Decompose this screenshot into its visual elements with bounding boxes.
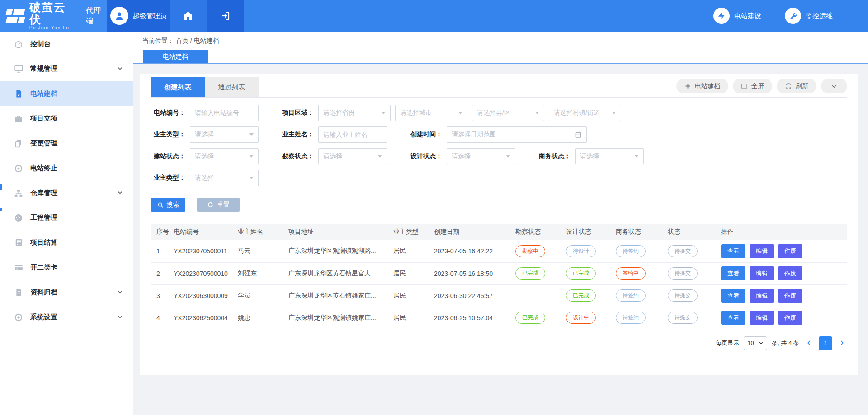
reset-button[interactable]: 重置 xyxy=(197,198,240,212)
chevron-right-icon xyxy=(839,340,845,346)
void-button[interactable]: 作废 xyxy=(778,244,802,258)
create-time-range-input[interactable]: 请选择日期范围 xyxy=(447,126,587,143)
sidebar-item-project-initiation[interactable]: 项目立项 xyxy=(0,106,133,131)
station-build-link[interactable]: 电站建设 xyxy=(713,8,761,24)
chevron-down-icon xyxy=(759,340,764,345)
business-status-badge: 待签约 xyxy=(616,312,646,324)
owner-type-select[interactable]: 请选择 xyxy=(190,126,259,143)
sidebar-item-change-mgmt[interactable]: 变更管理 xyxy=(0,131,133,156)
sidebar-item-warehouse-mgmt[interactable]: 仓库管理 xyxy=(0,181,133,205)
filter-panel: 电站编号： 项目区域： 请选择省份 请选择城市 请选择县/区 请选择村镇/街道 xyxy=(151,105,847,212)
refresh-button[interactable]: 刷新 xyxy=(777,79,816,93)
collapse-toolbar-button[interactable] xyxy=(821,79,847,93)
sidebar-scroll-indicator xyxy=(0,208,2,211)
view-button[interactable]: 查看 xyxy=(721,244,745,258)
station-no-input[interactable] xyxy=(195,109,254,117)
content-area: 创建列表 通过列表 电站建档 全屏 xyxy=(133,64,868,415)
per-page-label: 每页显示 xyxy=(716,339,739,347)
edit-button[interactable]: 编辑 xyxy=(750,289,774,303)
reset-icon xyxy=(207,201,214,208)
home-button[interactable] xyxy=(170,0,207,32)
survey-status-badge: 勘察中 xyxy=(515,245,545,257)
table-row: 3 YX2023063000009 学员 广东深圳龙华区黄石镇姚家庄... 居民… xyxy=(151,284,847,307)
edit-button[interactable]: 编辑 xyxy=(750,244,774,258)
next-page-button[interactable] xyxy=(837,340,847,346)
view-button[interactable]: 查看 xyxy=(721,266,745,280)
chevron-down-icon xyxy=(831,83,837,89)
search-button[interactable]: 搜索 xyxy=(151,198,185,212)
chevron-left-icon xyxy=(806,340,812,346)
logout-button[interactable] xyxy=(207,0,244,32)
view-button[interactable]: 查看 xyxy=(721,311,745,325)
prev-page-button[interactable] xyxy=(804,340,814,346)
fullscreen-button[interactable]: 全屏 xyxy=(733,79,772,93)
void-button[interactable]: 作废 xyxy=(778,266,802,280)
breadcrumb: 当前位置： 首页 / 电站建档 xyxy=(142,37,868,45)
pagination: 每页显示 10 条, 共 4 条 1 xyxy=(151,336,847,350)
per-page-select[interactable]: 10 xyxy=(744,336,767,350)
header-quick-links: 电站建设 监控运维 xyxy=(713,0,868,32)
city-select[interactable]: 请选择城市 xyxy=(395,105,467,121)
table-header-row: 序号 电站编号 业主姓名 项目地址 业主类型 创建日期 勘察状态 设计状态 商务… xyxy=(151,224,847,240)
caret-down-icon xyxy=(249,177,254,179)
create-station-button[interactable]: 电站建档 xyxy=(676,79,728,93)
tab-passed-list[interactable]: 通过列表 xyxy=(205,77,259,97)
survey-status-select[interactable]: 请选择 xyxy=(318,148,387,164)
caret-down-icon xyxy=(458,112,462,114)
chevron-down-icon xyxy=(117,289,123,297)
user-menu[interactable]: 超级管理员 xyxy=(107,0,170,32)
design-status-badge: 已完成 xyxy=(566,289,596,302)
card-icon xyxy=(14,263,24,273)
copy-icon xyxy=(14,139,24,149)
town-select[interactable]: 请选择村镇/街道 xyxy=(549,105,621,121)
target-icon xyxy=(14,163,24,173)
agent-side-label: 代理端 xyxy=(80,5,107,26)
wrench-icon xyxy=(785,8,801,24)
view-button[interactable]: 查看 xyxy=(721,289,745,303)
dashboard-icon xyxy=(14,39,24,49)
page-number-button[interactable]: 1 xyxy=(819,336,832,350)
sidebar-item-open-class2-card[interactable]: 开二类卡 xyxy=(0,255,133,280)
brand-logo-icon xyxy=(6,7,25,25)
sidebar-item-console[interactable]: 控制台 xyxy=(0,32,133,56)
sitemap-icon xyxy=(14,188,24,198)
build-status-select[interactable]: 请选择 xyxy=(190,148,259,164)
owner-name-input[interactable] xyxy=(323,131,382,138)
sidebar-item-data-archive[interactable]: 资料归档 xyxy=(0,280,133,305)
sidebar-item-system-settings[interactable]: 系统设置 xyxy=(0,305,133,330)
survey-status-badge: 已完成 xyxy=(515,267,545,280)
monitor-ops-link[interactable]: 监控运维 xyxy=(785,8,833,24)
gauge-icon xyxy=(14,213,24,223)
business-status-select[interactable]: 请选择 xyxy=(575,148,644,164)
sidebar-item-project-settlement[interactable]: 项目结算 xyxy=(0,230,133,255)
home-icon xyxy=(183,10,193,21)
chevron-down-icon xyxy=(117,189,123,197)
design-status-select[interactable]: 请选择 xyxy=(447,148,515,164)
edit-button[interactable]: 编辑 xyxy=(750,311,774,325)
status-badge: 待提交 xyxy=(668,312,698,324)
void-button[interactable]: 作废 xyxy=(778,311,802,325)
table-row: 4 YX2023062500004 姚忠 广东深圳龙华区观澜镇姚家庄... 居民… xyxy=(151,307,847,329)
page-tab-station-archive[interactable]: 电站建档 xyxy=(143,50,208,63)
county-select[interactable]: 请选择县/区 xyxy=(472,105,544,121)
sidebar-item-station-termination[interactable]: 电站终止 xyxy=(0,156,133,181)
sidebar-item-general-mgmt[interactable]: 常规管理 xyxy=(0,56,133,81)
tab-create-list[interactable]: 创建列表 xyxy=(151,77,205,97)
sidebar-item-station-archive[interactable]: 电站建档 xyxy=(0,81,133,106)
status-badge: 待提交 xyxy=(668,289,698,302)
sidebar-item-engineering-mgmt[interactable]: 工程管理 xyxy=(0,205,133,230)
province-select[interactable]: 请选择省份 xyxy=(318,105,391,121)
edit-button[interactable]: 编辑 xyxy=(750,266,774,280)
owner-type-select-2[interactable]: 请选择 xyxy=(190,170,259,186)
fullscreen-icon xyxy=(741,83,748,89)
caret-down-icon xyxy=(249,133,254,136)
survey-status-badge: 已完成 xyxy=(515,312,545,324)
document-icon xyxy=(14,89,24,99)
status-badge: 待提交 xyxy=(668,245,698,257)
breadcrumb-bar: 当前位置： 首页 / 电站建档 电站建档 xyxy=(133,32,868,64)
void-button[interactable]: 作废 xyxy=(778,289,802,303)
settings-icon xyxy=(14,312,24,322)
breadcrumb-trail[interactable]: 首页 / 电站建档 xyxy=(176,37,219,44)
monitor-icon xyxy=(14,64,24,74)
total-count-label: 条, 共 4 条 xyxy=(772,339,799,347)
